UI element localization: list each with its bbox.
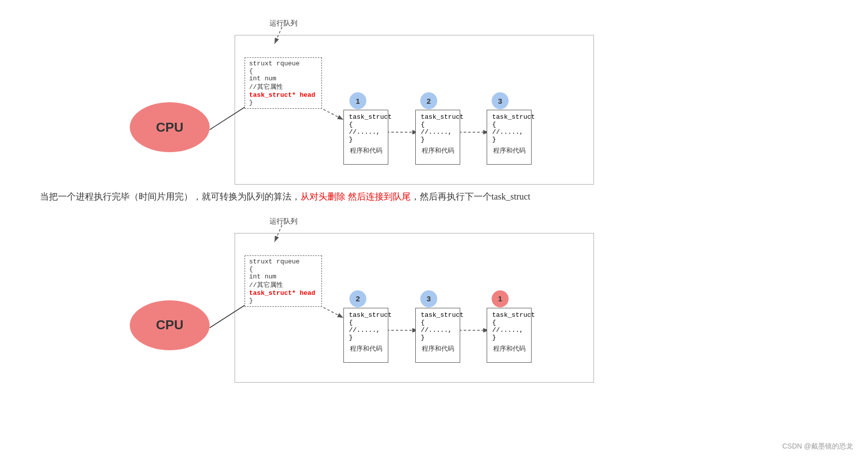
diagram2: 运行队列 CPU struxt rqueue { — [20, 208, 868, 398]
diagram1-task1: task_struct { //....., } 程序和代码 — [343, 110, 388, 165]
watermark: CSDN @戴墨镜的恐龙 — [782, 442, 853, 451]
diagram2-badge2: 2 — [349, 290, 366, 307]
diagram1-task3: task_struct { //....., } 程序和代码 — [487, 110, 532, 165]
diagram1-rqueue: struxt rqueue { int num //其它属性 task_stru… — [245, 57, 322, 109]
page-container: 运行队列 CPU struxt rqueue { — [0, 0, 868, 408]
diagram1-cpu: CPU — [130, 102, 210, 152]
diagram1-badge2: 2 — [420, 92, 437, 109]
diagram1-badge1: 1 — [349, 92, 366, 109]
diagram2-task1: task_struct { //....., } 程序和代码 — [487, 308, 532, 363]
diagram2-badge3: 3 — [420, 290, 437, 307]
diagram1-label: 运行队列 — [270, 19, 297, 28]
diagram2-rqueue: struxt rqueue { int num //其它属性 task_stru… — [245, 255, 322, 307]
diagram2-cpu: CPU — [130, 300, 210, 350]
diagram1-badge3: 3 — [492, 92, 509, 109]
diagram1: 运行队列 CPU struxt rqueue { — [20, 10, 868, 190]
diagram2-task3: task_struct { //....., } 程序和代码 — [415, 308, 460, 363]
diagram2-task2: task_struct { //....., } 程序和代码 — [343, 308, 388, 363]
diagram1-task2: task_struct { //....., } 程序和代码 — [415, 110, 460, 165]
description-text: 当把一个进程执行完毕（时间片用完），就可转换为队列的算法，从对头删除 然后连接到… — [40, 190, 848, 204]
diagram2-badge1: 1 — [492, 290, 509, 307]
diagram2-label: 运行队列 — [270, 217, 297, 226]
